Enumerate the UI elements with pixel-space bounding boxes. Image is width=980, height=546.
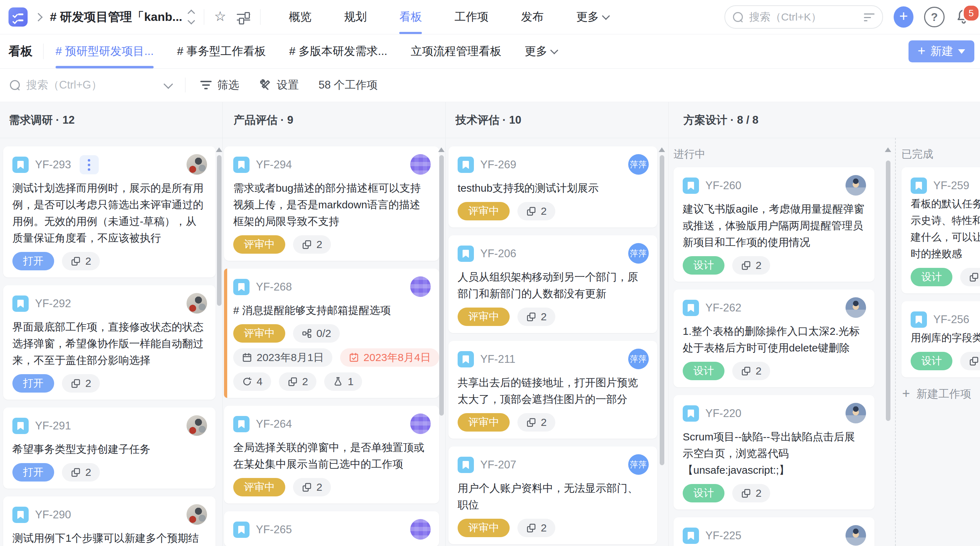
- card-menu-button[interactable]: [80, 155, 99, 174]
- card-yf-260[interactable]: YF-260 建议飞书版agile，考虑做用量提醒弹窗或推送，体验版用户隔两周提…: [673, 167, 875, 282]
- sliders-icon[interactable]: [237, 12, 250, 22]
- board-tab-preresearch[interactable]: # 预研型研发项目...: [56, 34, 154, 69]
- new-board-button[interactable]: + 新建: [908, 40, 974, 62]
- collapse-chevron-icon[interactable]: [164, 79, 173, 89]
- tests-pill[interactable]: 1: [324, 372, 362, 391]
- nav-tab-kanban[interactable]: 看板: [399, 0, 422, 34]
- card-yf-292[interactable]: YF-292 界面最底部工作项，直接修改状态的状态选择弹窗，希望像协作版一样能自…: [3, 285, 216, 400]
- status-pill[interactable]: 评审中: [233, 324, 285, 343]
- nav-tab-planning[interactable]: 规划: [344, 0, 367, 34]
- assignee-avatar[interactable]: 萍萍: [628, 154, 649, 175]
- assignee-avatar[interactable]: [845, 403, 866, 423]
- status-pill[interactable]: 打开: [13, 463, 54, 482]
- copies-pill[interactable]: 2: [732, 362, 770, 380]
- nav-tab-release[interactable]: 发布: [521, 0, 544, 34]
- copies-pill[interactable]: 2: [732, 484, 770, 503]
- nav-tab-overview[interactable]: 概览: [289, 0, 312, 34]
- loops-pill[interactable]: 4: [233, 372, 271, 391]
- add-workitem-button[interactable]: + 新建工作项: [902, 386, 980, 401]
- assignee-avatar[interactable]: [186, 154, 207, 175]
- status-pill[interactable]: 打开: [13, 252, 54, 270]
- scroll-up-icon[interactable]: [659, 147, 665, 152]
- copies-pill[interactable]: 2: [62, 463, 100, 482]
- copies-pill[interactable]: 2: [960, 352, 980, 370]
- status-pill[interactable]: 设计: [911, 268, 952, 286]
- card-yf-211[interactable]: YF-211 萍萍 共享出去后的链接地址，打开图片预览太大了，顶部会遮挡住图片的…: [449, 341, 657, 439]
- card-yf-220[interactable]: YF-220 Scrum项目--缺陷--导出缺陷点击后展示空白页，浏览器代码【u…: [673, 395, 875, 509]
- card-yf-268[interactable]: YF-268 # 消息提醒能够支持邮箱提醒选项 评审中 0/2: [224, 268, 439, 398]
- filter-button[interactable]: 筛选: [200, 78, 239, 93]
- assignee-avatar[interactable]: [186, 504, 207, 525]
- assignee-avatar[interactable]: [186, 293, 207, 314]
- project-switcher-icon[interactable]: [189, 11, 194, 23]
- card-yf-264[interactable]: YF-264 全局选择关联的弹窗中，是否单独置顶或在某处集中展示当前已选中的工作…: [224, 406, 439, 503]
- card-yf-259[interactable]: YF-259 看板的默认任务类 示史诗、特性和事 建什么，可以让用 时的挫败感 …: [901, 167, 980, 294]
- project-title[interactable]: # 研发项目管理「kanb...: [50, 9, 182, 25]
- copies-pill[interactable]: 2: [279, 372, 317, 391]
- column-title-solution-design[interactable]: 方案设计 · 8 / 8: [683, 102, 759, 138]
- copies-pill[interactable]: 2: [293, 478, 331, 497]
- board-tab-more[interactable]: 更多: [525, 34, 557, 69]
- copies-pill[interactable]: 2: [62, 374, 100, 393]
- scroll-up-icon[interactable]: [885, 147, 891, 152]
- search-filter-icon[interactable]: [864, 13, 875, 21]
- star-icon[interactable]: ☆: [214, 10, 226, 23]
- card-yf-207[interactable]: YF-207 萍萍 用户个人账户资料中，无法显示部门、职位 评审中 2: [449, 447, 657, 544]
- copies-pill[interactable]: 2: [517, 202, 555, 220]
- copies-pill[interactable]: 2: [517, 413, 555, 431]
- copies-pill[interactable]: 2: [293, 235, 331, 254]
- assignee-avatar[interactable]: [845, 525, 866, 546]
- copies-pill[interactable]: 2: [517, 519, 555, 537]
- status-pill[interactable]: 评审中: [233, 235, 285, 254]
- status-pill[interactable]: 评审中: [458, 413, 510, 431]
- board-search-input[interactable]: [25, 78, 154, 92]
- card-yf-293[interactable]: YF-293 测试计划选择而用例时，展示的是所有用例，是否可以考虑只筛选出来评审…: [3, 146, 216, 278]
- assignee-avatar[interactable]: 萍萍: [628, 243, 649, 263]
- assignee-avatar[interactable]: 萍萍: [628, 454, 649, 475]
- status-pill[interactable]: 设计: [683, 362, 724, 380]
- status-pill[interactable]: 设计: [683, 256, 724, 275]
- board-tab-multiversion[interactable]: # 多版本研发需求...: [289, 34, 387, 69]
- assignee-avatar[interactable]: [845, 297, 866, 318]
- card-yf-291[interactable]: YF-291 希望事务类型支持创建子任务 打开 2: [3, 407, 216, 489]
- help-icon[interactable]: ?: [924, 7, 945, 27]
- chevron-right-icon[interactable]: [34, 13, 43, 21]
- scroll-up-icon[interactable]: [438, 147, 444, 152]
- scrollbar-thumb[interactable]: [217, 155, 221, 306]
- copies-pill[interactable]: 2: [517, 308, 555, 326]
- board-tab-transactional[interactable]: # 事务型工作看板: [177, 34, 266, 69]
- card-yf-225[interactable]: YF-225 工作项里参与人的文案是【关注】，在视: [673, 517, 875, 546]
- global-search-input[interactable]: [749, 11, 849, 23]
- status-pill[interactable]: 打开: [13, 374, 54, 393]
- nav-tab-more[interactable]: 更多: [576, 0, 609, 34]
- notifications-bell[interactable]: 5: [955, 8, 972, 26]
- copies-pill[interactable]: 2: [732, 256, 770, 275]
- status-pill[interactable]: 评审中: [458, 308, 510, 326]
- card-yf-265[interactable]: YF-265: [224, 511, 439, 546]
- scrollbar-thumb[interactable]: [660, 155, 664, 465]
- scrollbar-thumb[interactable]: [886, 161, 891, 421]
- project-logo-icon[interactable]: [8, 8, 28, 27]
- assignee-avatar[interactable]: [410, 154, 431, 175]
- status-pill[interactable]: 评审中: [458, 202, 510, 220]
- due-date-pill[interactable]: 2023年8月4日: [340, 348, 439, 367]
- assignee-avatar[interactable]: [410, 519, 431, 540]
- card-yf-290[interactable]: YF-290 测试用例下1个步骤可以新建多个预期结果: [3, 497, 216, 546]
- assignee-avatar[interactable]: [410, 276, 431, 297]
- scrollbar-thumb[interactable]: [439, 155, 444, 416]
- column-title-requirements[interactable]: 需求调研 · 12: [9, 102, 75, 138]
- start-date-pill[interactable]: 2023年8月1日: [233, 348, 332, 367]
- create-button[interactable]: +: [894, 6, 913, 28]
- settings-button[interactable]: 设置: [259, 78, 299, 93]
- column-title-tech-eval[interactable]: 技术评估 · 10: [455, 102, 521, 138]
- column-title-product-eval[interactable]: 产品评估 · 9: [234, 102, 293, 138]
- assignee-avatar[interactable]: [186, 415, 207, 436]
- board-tab-approval-flow[interactable]: 立项流程管理看板: [410, 34, 501, 69]
- subtasks-pill[interactable]: 0/2: [293, 324, 340, 343]
- status-pill[interactable]: 评审中: [458, 519, 510, 537]
- global-search[interactable]: [724, 5, 883, 29]
- status-pill[interactable]: 设计: [683, 484, 724, 503]
- assignee-avatar[interactable]: 萍萍: [628, 349, 649, 369]
- assignee-avatar[interactable]: [410, 413, 431, 434]
- copies-pill[interactable]: 2: [62, 252, 100, 270]
